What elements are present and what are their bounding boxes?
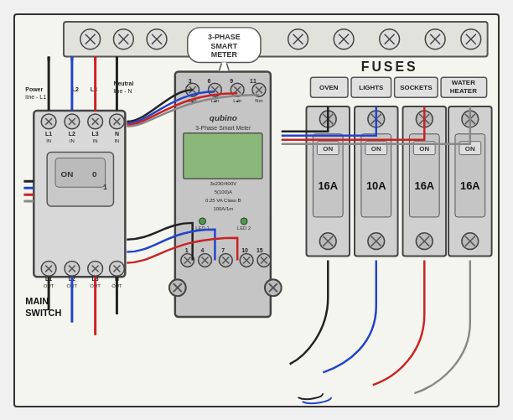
svg-line-125: [184, 257, 191, 263]
svg-line-3: [86, 34, 96, 44]
svg-text:1: 1: [185, 246, 189, 252]
svg-line-63: [69, 265, 75, 272]
svg-point-133: [240, 253, 253, 267]
svg-text:LED 1: LED 1: [195, 225, 210, 230]
svg-rect-52: [47, 152, 113, 205]
svg-rect-181: [409, 133, 439, 216]
svg-line-105: [256, 86, 262, 93]
svg-text:9: 9: [230, 78, 233, 84]
svg-text:LED 2: LED 2: [237, 225, 251, 230]
svg-line-190: [465, 113, 475, 123]
svg-line-157: [323, 113, 333, 123]
svg-line-175: [371, 236, 381, 246]
svg-point-10: [189, 29, 209, 49]
svg-line-135: [243, 257, 250, 263]
svg-text:MAIN: MAIN: [25, 296, 49, 306]
svg-point-189: [462, 111, 479, 127]
svg-text:IN: IN: [114, 137, 119, 143]
svg-point-57: [41, 261, 56, 276]
svg-text:16A: 16A: [318, 179, 338, 192]
svg-point-37: [65, 113, 80, 128]
svg-rect-31: [34, 111, 125, 277]
svg-rect-166: [355, 106, 398, 256]
svg-text:OVEN: OVEN: [319, 84, 339, 91]
svg-text:L2: L2: [72, 86, 79, 92]
svg-line-97: [211, 86, 218, 93]
svg-line-158: [323, 113, 333, 123]
svg-text:line - L1: line - L1: [25, 94, 46, 100]
svg-point-32: [41, 113, 56, 128]
svg-line-131: [222, 257, 229, 263]
svg-rect-155: [306, 106, 350, 256]
svg-line-5: [118, 34, 128, 44]
svg-line-8: [152, 34, 162, 44]
svg-line-98: [211, 86, 218, 93]
svg-point-100: [231, 83, 244, 96]
svg-text:15: 15: [256, 246, 263, 252]
svg-point-16: [288, 29, 308, 49]
svg-text:SWITCH: SWITCH: [25, 307, 61, 317]
svg-text:Nın: Nın: [255, 98, 262, 103]
svg-rect-146: [310, 77, 348, 97]
svg-point-42: [88, 113, 103, 128]
svg-line-30: [466, 34, 476, 44]
diagram-container: L1 IN L2 IN L3 IN N IN ON 0 1 L: [13, 13, 500, 407]
svg-text:OUT: OUT: [44, 283, 54, 288]
svg-text:L3: L3: [92, 130, 99, 136]
svg-point-163: [319, 232, 336, 249]
svg-rect-159: [313, 133, 343, 216]
svg-text:L2: L2: [69, 130, 75, 136]
svg-text:SOCKETS: SOCKETS: [400, 84, 432, 91]
svg-line-126: [184, 257, 191, 263]
svg-line-198: [465, 236, 475, 246]
svg-point-104: [252, 83, 266, 96]
svg-point-4: [113, 29, 133, 49]
svg-line-14: [243, 34, 253, 44]
svg-text:IN: IN: [70, 137, 75, 143]
svg-line-140: [174, 283, 182, 292]
svg-line-187: [419, 236, 429, 246]
svg-text:ON: ON: [465, 144, 475, 152]
svg-line-15: [243, 34, 253, 44]
svg-point-47: [110, 113, 125, 128]
svg-line-11: [194, 34, 204, 44]
svg-text:ON: ON: [371, 144, 381, 152]
svg-point-178: [416, 111, 433, 127]
svg-text:N: N: [115, 276, 119, 282]
svg-point-167: [368, 111, 385, 127]
svg-text:7: 7: [221, 246, 225, 252]
svg-text:Neutral: Neutral: [113, 80, 133, 86]
svg-text:11: 11: [250, 78, 256, 84]
svg-point-62: [65, 261, 80, 276]
svg-text:L1: L1: [45, 276, 52, 282]
svg-line-18: [293, 34, 303, 44]
svg-line-197: [465, 236, 475, 246]
svg-point-196: [462, 232, 479, 249]
svg-text:N: N: [115, 130, 119, 136]
svg-text:16A: 16A: [460, 179, 480, 192]
svg-point-28: [461, 29, 481, 49]
svg-point-115: [200, 217, 206, 224]
svg-rect-152: [441, 77, 487, 97]
svg-text:SMART: SMART: [210, 41, 237, 49]
svg-point-156: [319, 111, 336, 127]
svg-text:0.25 VA    Class B: 0.25 VA Class B: [205, 198, 241, 203]
svg-line-106: [256, 86, 262, 93]
svg-line-169: [371, 113, 381, 123]
svg-rect-193: [459, 141, 481, 154]
svg-text:WATER: WATER: [452, 79, 475, 86]
svg-point-96: [208, 83, 221, 96]
svg-point-1: [80, 29, 101, 49]
svg-line-29: [466, 34, 476, 44]
svg-point-117: [241, 217, 247, 224]
svg-point-124: [181, 253, 194, 267]
svg-rect-150: [395, 77, 438, 97]
svg-line-213: [226, 63, 229, 70]
svg-line-132: [222, 257, 229, 263]
svg-text:line - N: line - N: [113, 88, 132, 94]
svg-line-39: [69, 117, 75, 124]
svg-point-67: [88, 261, 103, 276]
svg-point-130: [219, 253, 232, 267]
svg-point-142: [265, 279, 282, 296]
svg-text:ON: ON: [419, 144, 429, 152]
